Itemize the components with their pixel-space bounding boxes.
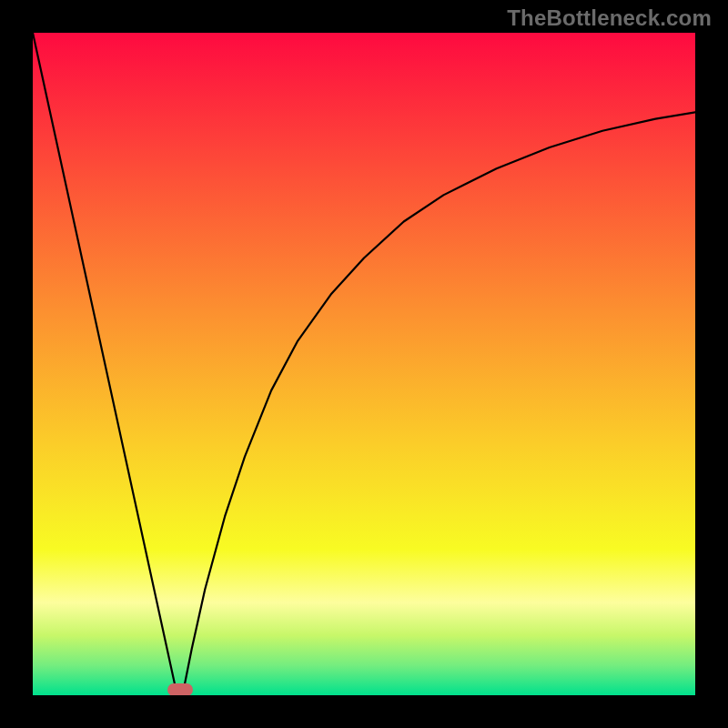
bottleneck-marker: [167, 683, 193, 695]
watermark-text: TheBottleneck.com: [507, 5, 712, 31]
curve-right: [183, 112, 695, 695]
curve-layer: [33, 33, 695, 695]
chart-frame: TheBottleneck.com: [0, 0, 728, 728]
plot-area: [33, 33, 695, 695]
curve-left: [33, 33, 177, 695]
